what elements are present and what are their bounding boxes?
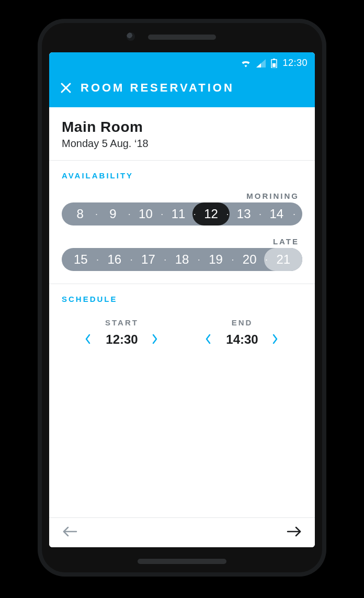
app-title: ROOM RESERVATION <box>81 81 234 95</box>
start-next-button[interactable] <box>152 334 159 345</box>
device-speaker-bottom <box>138 559 226 564</box>
cellular-icon <box>256 59 266 67</box>
separator-dot: · <box>127 209 131 220</box>
status-time: 12:30 <box>282 58 308 69</box>
hour-slot[interactable]: 10 <box>131 207 160 221</box>
separator-dot: · <box>129 254 133 265</box>
separator-dot: · <box>291 209 298 220</box>
end-value: 14:30 <box>224 332 260 347</box>
separator-dot: · <box>197 254 201 265</box>
close-icon[interactable] <box>60 82 72 94</box>
hour-slot[interactable]: 21 <box>268 252 298 267</box>
separator-dot: · <box>163 254 167 265</box>
schedule-heading: SCHEDULE <box>62 295 302 303</box>
app-bar: ROOM RESERVATION <box>49 72 315 107</box>
room-date: Monday 5 Aug. ‘18 <box>62 138 302 150</box>
schedule-end: END 14:30 <box>205 318 279 347</box>
start-value: 12:30 <box>104 332 140 347</box>
start-prev-button[interactable] <box>85 334 92 345</box>
separator-dot: · <box>96 254 100 265</box>
morning-label: MORINING <box>62 191 302 200</box>
room-header: Main Room Monday 5 Aug. ‘18 <box>49 107 315 161</box>
battery-icon <box>271 59 277 68</box>
room-name: Main Room <box>62 119 302 136</box>
device-speaker-top <box>148 35 216 40</box>
morning-row[interactable]: 8·9·10·11·12·13·14· <box>62 202 302 225</box>
separator-dot: · <box>264 254 268 265</box>
separator-dot: · <box>258 209 262 220</box>
hour-slot[interactable]: 17 <box>133 252 163 267</box>
hour-slot[interactable]: 12 <box>197 207 225 221</box>
schedule-section: SCHEDULE START 12:30 END <box>49 284 315 359</box>
back-button[interactable] <box>61 525 78 538</box>
wifi-icon <box>241 59 251 67</box>
end-prev-button[interactable] <box>205 334 212 345</box>
separator-dot: · <box>160 209 164 220</box>
hour-slot[interactable]: 13 <box>230 207 258 221</box>
availability-heading: AVAILABILITY <box>62 171 302 180</box>
start-label: START <box>85 318 159 327</box>
status-bar: 12:30 <box>49 52 315 72</box>
hour-slot[interactable]: 16 <box>100 252 130 267</box>
hour-slot[interactable]: 20 <box>235 252 265 267</box>
late-row[interactable]: 15·16·17·18·19·20·21 <box>62 248 302 271</box>
hour-slot[interactable]: 9 <box>99 207 128 221</box>
late-label: LATE <box>62 237 302 246</box>
hour-slot[interactable]: 19 <box>201 252 231 267</box>
device-camera <box>127 32 135 41</box>
footer-nav <box>49 517 315 547</box>
hour-slot[interactable]: 15 <box>66 252 96 267</box>
hour-slot[interactable]: 11 <box>164 207 193 221</box>
schedule-start: START 12:30 <box>85 318 159 347</box>
screen: 12:30 ROOM RESERVATION Main Room Monday … <box>49 52 315 547</box>
separator-dot: · <box>95 209 99 220</box>
separator-dot: · <box>231 254 235 265</box>
separator-dot: · <box>192 209 197 220</box>
separator-dot: · <box>225 209 230 220</box>
end-next-button[interactable] <box>272 334 279 345</box>
hour-slot[interactable]: 18 <box>167 252 197 267</box>
phone-frame: 12:30 ROOM RESERVATION Main Room Monday … <box>38 19 326 577</box>
hour-slot[interactable]: 8 <box>66 207 95 221</box>
end-label: END <box>205 318 279 327</box>
hour-slot[interactable]: 14 <box>262 207 291 221</box>
next-button[interactable] <box>286 525 303 538</box>
svg-rect-2 <box>272 63 276 67</box>
availability-section: AVAILABILITY MORINING 8·9·10·11·12·13·14… <box>49 161 315 284</box>
